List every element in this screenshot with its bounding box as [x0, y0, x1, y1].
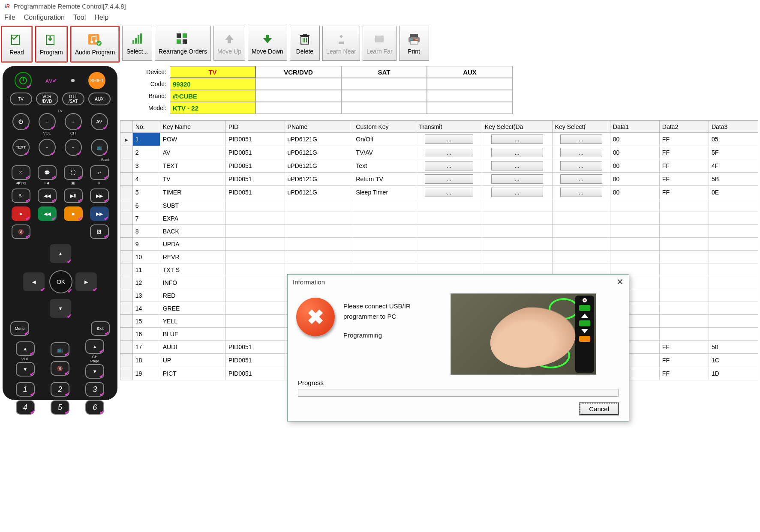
table-row[interactable]: 2AVPID0051uPD6121GTV/AV.........00FF5F — [120, 146, 758, 159]
ellipsis-button[interactable]: ... — [491, 148, 543, 157]
learn-near-button[interactable]: Learn Near — [322, 26, 360, 61]
remote-key-mute[interactable]: 🔇 — [12, 224, 30, 239]
remote-key-subt[interactable]: 💬 — [38, 165, 57, 180]
remote-key-1[interactable]: 1 — [16, 382, 35, 397]
remote-key-aux[interactable]: AUX — [88, 93, 111, 105]
remote-key-chpage-dn[interactable]: ▼ — [85, 364, 104, 379]
remote-key-rev[interactable]: ◀◀ — [38, 188, 57, 203]
col-data2[interactable]: Data2 — [659, 121, 709, 133]
sat-code[interactable] — [341, 78, 427, 90]
remote-key-vol-dn2[interactable]: ▼ — [16, 362, 35, 377]
device-tab-tv[interactable]: TV — [170, 66, 255, 78]
col-transmit[interactable]: Transmit — [416, 121, 482, 133]
ellipsis-button[interactable]: ... — [560, 148, 602, 157]
select-button[interactable]: Select... — [122, 26, 152, 61]
table-row[interactable]: 8BACK — [120, 225, 758, 238]
read-button[interactable]: Read — [2, 27, 32, 62]
aux-code[interactable] — [427, 78, 513, 90]
remote-key-pow[interactable]: ⏻ — [12, 113, 30, 130]
ellipsis-button[interactable]: ... — [560, 134, 602, 144]
remote-key-right[interactable]: ▶ — [75, 272, 97, 291]
col-data1[interactable]: Data1 — [610, 121, 659, 133]
rearrange-button[interactable]: Rearrange Orders — [155, 26, 211, 61]
remote-key-tv-return[interactable]: 📺 — [91, 139, 108, 156]
cancel-button[interactable]: Cancel — [580, 403, 619, 415]
remote-key-green[interactable]: ◀◀ — [38, 206, 57, 221]
table-row[interactable]: 6SUBT — [120, 199, 758, 212]
remote-key-text[interactable]: TEXT — [12, 139, 30, 156]
remote-key-4[interactable]: 4 — [16, 400, 35, 415]
col-data3[interactable]: Data3 — [709, 121, 758, 133]
remote-key-menu[interactable]: Menu — [10, 321, 29, 336]
remote-key-6[interactable]: 6 — [85, 400, 104, 415]
device-tab-aux[interactable]: AUX — [427, 66, 513, 78]
ellipsis-button[interactable]: ... — [491, 134, 543, 144]
remote-key-av[interactable]: AV — [91, 113, 108, 130]
remote-key-play[interactable]: ▶Ⅱ — [64, 188, 83, 203]
remote-key-tv[interactable]: TV — [10, 93, 32, 105]
remote-key-up[interactable]: ▲ — [50, 244, 71, 263]
ellipsis-button[interactable]: ... — [425, 174, 473, 184]
remote-key-vol-dn[interactable]: － — [39, 139, 56, 156]
table-row[interactable]: 4TVPID0051uPD6121GReturn TV.........00FF… — [120, 173, 758, 186]
table-row[interactable]: 7EXPA — [120, 212, 758, 225]
menu-help[interactable]: Help — [94, 14, 108, 21]
remote-key-upda[interactable]: ↻ — [12, 188, 30, 203]
program-button[interactable]: Program — [36, 27, 67, 62]
col-pid[interactable]: PID — [226, 121, 285, 133]
remote-key-red[interactable]: ● — [12, 206, 30, 221]
table-row[interactable]: 5TIMERPID0051uPD6121GSleep Timer........… — [120, 186, 758, 199]
remote-key-ok[interactable]: OK — [49, 270, 72, 293]
remote-key-timer[interactable]: ⏲ — [12, 165, 30, 180]
col-pname[interactable]: PName — [285, 121, 353, 133]
device-tab-vcr[interactable]: VCR/DVD — [255, 66, 341, 78]
tv-brand[interactable]: @CUBE — [170, 90, 255, 102]
remote-key-dtt[interactable]: DTT /SAT — [62, 93, 84, 105]
remote-key-yellow[interactable]: ■ — [64, 206, 83, 221]
ellipsis-button[interactable]: ... — [425, 188, 473, 197]
delete-button[interactable]: Delete — [290, 26, 320, 61]
ellipsis-button[interactable]: ... — [560, 161, 602, 170]
ellipsis-button[interactable]: ... — [425, 161, 473, 170]
table-row[interactable]: 10REVR — [120, 251, 758, 263]
remote-key-expand[interactable]: ⛶ — [64, 165, 83, 180]
remote-key-shift[interactable]: SHIFT — [88, 72, 105, 89]
menu-tool[interactable]: Tool — [73, 14, 86, 21]
remote-key-ch-dn[interactable]: － — [65, 139, 82, 156]
move-up-button[interactable]: Move Up — [213, 26, 245, 61]
remote-key-vol-up2[interactable]: ▲ — [16, 341, 35, 356]
print-button[interactable]: Print — [399, 26, 429, 61]
col-no[interactable]: No. — [132, 121, 160, 133]
ellipsis-button[interactable]: ... — [491, 188, 543, 197]
table-row[interactable]: 1POWPID0051uPD6121GOn/Off.........00FF05 — [120, 133, 758, 146]
vcr-code[interactable] — [255, 78, 341, 90]
audio-program-button[interactable]: Audio Program — [71, 27, 119, 62]
remote-key-left[interactable]: ◀ — [23, 272, 45, 291]
remote-key-ch-up[interactable]: ＋ — [65, 113, 82, 130]
remote-key-back[interactable]: ↩ — [90, 165, 109, 180]
ellipsis-button[interactable]: ... — [425, 134, 473, 144]
table-row[interactable]: 9UPDA — [120, 238, 758, 251]
remote-key-blue[interactable]: ▶▶ — [90, 206, 109, 221]
menu-file[interactable]: File — [4, 14, 15, 21]
ellipsis-button[interactable]: ... — [491, 174, 543, 184]
ellipsis-button[interactable]: ... — [560, 188, 602, 197]
remote-key-fwd[interactable]: ▶▶ — [90, 188, 109, 203]
dialog-close-icon[interactable]: ✕ — [616, 277, 624, 287]
remote-key-chpage-up[interactable]: ▲ — [85, 339, 104, 354]
remote-key-pict[interactable]: 🖼 — [90, 224, 109, 239]
remote-key-vcr[interactable]: VCR /DVD — [36, 93, 58, 105]
remote-key-2[interactable]: 2 — [51, 382, 69, 397]
col-keysel[interactable]: Key Select( — [552, 121, 610, 133]
remote-key-power-top[interactable] — [15, 72, 32, 89]
table-row[interactable]: 3TEXTPID0051uPD6121GText.........00FF4F — [120, 159, 758, 173]
tv-model[interactable]: KTV - 22 — [170, 102, 255, 114]
col-keyseld[interactable]: Key Select(Da — [482, 121, 552, 133]
remote-key-info[interactable]: 📺 — [51, 342, 69, 357]
menu-configuration[interactable]: Configuration — [24, 14, 65, 21]
remote-key-mute2[interactable]: 🔇 — [51, 361, 69, 376]
tv-code[interactable]: 99320 — [170, 78, 255, 90]
learn-far-button[interactable]: Learn Far — [363, 26, 397, 61]
remote-key-3[interactable]: 3 — [85, 382, 104, 397]
remote-key-exit[interactable]: Exit — [91, 321, 110, 336]
